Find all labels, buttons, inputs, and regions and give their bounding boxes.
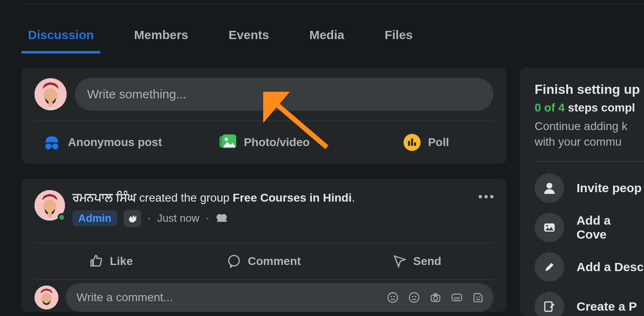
- post-actions: Like Comment Send: [21, 243, 507, 279]
- comment-tools: GIF: [387, 291, 484, 304]
- setup-item-create[interactable]: Create a P: [535, 287, 644, 316]
- like-button[interactable]: Like: [35, 246, 188, 276]
- anonymous-post-button[interactable]: Anonymous post: [21, 127, 183, 158]
- like-icon: [89, 254, 103, 268]
- dot-icon: [484, 195, 488, 198]
- comment-row: Write a comment... GIF: [21, 280, 507, 312]
- dot-icon: [490, 195, 493, 198]
- photo-icon: [218, 133, 237, 152]
- svg-rect-29: [434, 293, 437, 295]
- post-headline: ਰਮਨਪਾਲ ਸਿੰਘ created the group Free Cours…: [72, 190, 355, 206]
- new-member-wave-icon[interactable]: [124, 210, 141, 227]
- post-menu-button[interactable]: [479, 195, 493, 198]
- send-label: Send: [413, 255, 441, 268]
- svg-point-25: [412, 296, 414, 297]
- post-time[interactable]: Just now: [157, 212, 199, 225]
- post-meta: Admin · Just now ·: [72, 210, 355, 227]
- setup-steps-text: 0 of 4 steps compl: [535, 101, 644, 114]
- send-button[interactable]: Send: [341, 246, 493, 276]
- post-created-text: created the group: [136, 191, 233, 204]
- send-icon: [393, 254, 407, 268]
- tab-events[interactable]: Events: [222, 16, 276, 53]
- svg-text:GIF: GIF: [454, 296, 460, 300]
- setup-title: Finish setting up: [535, 82, 644, 97]
- tab-files[interactable]: Files: [378, 16, 419, 53]
- privacy-group-icon[interactable]: [215, 211, 228, 225]
- svg-point-8: [225, 138, 228, 141]
- svg-rect-5: [51, 145, 53, 147]
- photo-video-button[interactable]: Photo/video: [183, 127, 345, 158]
- dot-icon: [479, 195, 482, 198]
- pencil-icon: [535, 252, 564, 282]
- svg-point-26: [415, 296, 417, 297]
- top-divider: [21, 4, 644, 5]
- anonymous-icon: [42, 133, 61, 152]
- tab-discussion[interactable]: Discussion: [21, 16, 100, 53]
- invite-label: Invite peop: [577, 181, 642, 195]
- post-group-name[interactable]: Free Courses in Hindi: [233, 191, 352, 204]
- svg-point-36: [546, 225, 548, 227]
- compose-actions: Anonymous post Photo/video Poll: [21, 121, 507, 164]
- create-label: Create a P: [577, 300, 637, 314]
- admin-badge[interactable]: Admin: [72, 210, 117, 226]
- tab-media[interactable]: Media: [303, 16, 351, 53]
- comment-icon: [227, 254, 241, 268]
- svg-point-23: [394, 296, 395, 297]
- compose-input[interactable]: Write something...: [75, 78, 493, 111]
- comment-placeholder: Write a comment...: [76, 291, 173, 304]
- svg-point-22: [391, 296, 392, 297]
- tab-members[interactable]: Members: [127, 16, 195, 53]
- main-column: Write something... Anonymous post Photo/…: [21, 68, 507, 316]
- cover-label: Add a Cove: [577, 214, 644, 242]
- poll-label: Poll: [428, 136, 449, 149]
- avatar-illustration: [35, 78, 67, 110]
- edit-post-icon: [535, 292, 564, 316]
- comment-label: Comment: [248, 255, 301, 268]
- setup-description: Continue adding k with your commu: [535, 118, 644, 150]
- svg-rect-12: [414, 142, 416, 146]
- svg-point-34: [547, 183, 552, 188]
- svg-point-24: [409, 293, 419, 302]
- setup-desc-line: with your commu: [535, 135, 622, 148]
- camera-icon[interactable]: [429, 291, 442, 304]
- setup-item-cover[interactable]: Add a Cove: [535, 208, 644, 247]
- description-label: Add a Desc: [577, 260, 644, 274]
- comment-button[interactable]: Comment: [188, 246, 341, 276]
- invite-icon: [535, 173, 564, 203]
- meta-separator: ·: [148, 212, 151, 225]
- svg-point-18: [229, 256, 240, 266]
- sticker-icon[interactable]: [472, 291, 484, 304]
- avatar-sticker-icon[interactable]: [387, 291, 399, 304]
- user-avatar[interactable]: [35, 78, 67, 110]
- online-status-dot: [58, 213, 66, 221]
- setup-item-invite[interactable]: Invite peop: [535, 168, 644, 208]
- compose-card: Write something... Anonymous post Photo/…: [21, 68, 507, 164]
- steps-count: 0 of 4: [535, 101, 565, 114]
- avatar-illustration: [35, 286, 58, 309]
- gif-icon[interactable]: GIF: [451, 291, 463, 304]
- anonymous-post-label: Anonymous post: [68, 136, 162, 149]
- setup-divider: [535, 161, 644, 162]
- poll-button[interactable]: Poll: [345, 127, 507, 158]
- post-header: ਰਮਨਪਾਲ ਸਿੰਘ created the group Free Cours…: [21, 179, 507, 232]
- setup-desc-line: Continue adding k: [535, 120, 628, 132]
- steps-rest: steps compl: [565, 101, 635, 114]
- svg-point-32: [476, 296, 477, 297]
- setup-item-description[interactable]: Add a Desc: [535, 247, 644, 287]
- poll-icon: [403, 133, 422, 152]
- emoji-icon[interactable]: [408, 291, 420, 304]
- post-headline-block: ਰਮਨਪਾਲ ਸਿੰਘ created the group Free Cours…: [72, 190, 355, 227]
- like-label: Like: [110, 255, 133, 268]
- commenter-avatar[interactable]: [35, 286, 58, 309]
- compose-placeholder: Write something...: [87, 87, 186, 101]
- svg-rect-11: [411, 138, 413, 146]
- group-tabs: Discussion Members Events Media Files: [21, 16, 419, 53]
- post-author-name[interactable]: ਰਮਨਪਾਲ ਸਿੰਘ: [72, 191, 136, 204]
- meta-separator: ·: [206, 212, 209, 225]
- svg-rect-10: [408, 141, 410, 146]
- post-author-avatar[interactable]: [35, 190, 65, 221]
- cover-photo-icon: [535, 213, 564, 242]
- comment-input[interactable]: Write a comment... GIF: [66, 283, 493, 312]
- setup-panel: Finish setting up 0 of 4 steps compl Con…: [520, 68, 644, 316]
- photo-video-label: Photo/video: [244, 136, 310, 149]
